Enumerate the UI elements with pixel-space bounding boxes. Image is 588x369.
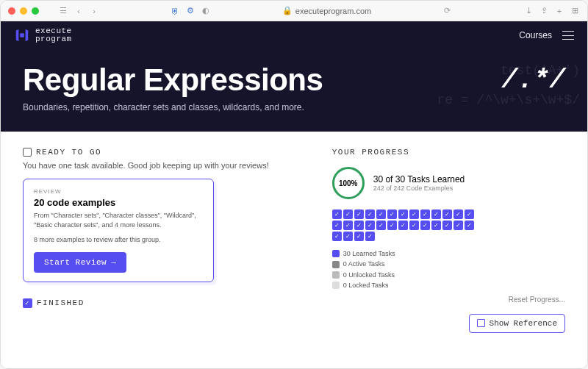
url-text: executeprogram.com bbox=[295, 7, 371, 15]
task-cell[interactable]: ✓ bbox=[387, 209, 397, 219]
task-cell[interactable]: ✓ bbox=[343, 209, 353, 219]
legend-unlocked: 0 Unlocked Tasks bbox=[332, 270, 565, 280]
logo-text: execute program bbox=[35, 27, 72, 43]
hero-regex-symbol: /.*/ bbox=[502, 65, 565, 96]
task-cell[interactable]: ✓ bbox=[453, 221, 463, 230]
review-tag: REVIEW bbox=[34, 188, 203, 195]
task-cell[interactable]: ✓ bbox=[343, 221, 353, 230]
legend-locked: 0 Locked Tasks bbox=[332, 280, 565, 290]
task-cell[interactable]: ✓ bbox=[453, 209, 463, 219]
show-reference-button[interactable]: Show Reference bbox=[469, 314, 565, 333]
task-cell[interactable]: ✓ bbox=[376, 209, 386, 219]
code-examples-text: 242 of 242 Code Examples bbox=[373, 184, 465, 192]
back-button[interactable]: ‹ bbox=[74, 6, 84, 16]
progress-legend: 30 Learned Tasks 0 Active Tasks 0 Unlock… bbox=[332, 248, 565, 291]
arrow-right-icon: → bbox=[111, 258, 116, 267]
task-cell[interactable]: ✓ bbox=[398, 209, 408, 219]
window-controls bbox=[8, 7, 39, 15]
lock-icon: 🔒 bbox=[282, 6, 293, 15]
browser-titlebar: ☰ ‹ › ⛨ ⚙ ◐ 🔒 executeprogram.com ⟳ ⤓ ⇪ +… bbox=[1, 1, 587, 21]
review-card[interactable]: REVIEW 20 code examples From "Character … bbox=[23, 179, 214, 282]
task-cell[interactable]: ✓ bbox=[387, 221, 397, 230]
share-icon[interactable]: ⇪ bbox=[539, 6, 549, 16]
maximize-window-button[interactable] bbox=[32, 7, 39, 15]
task-cell[interactable]: ✓ bbox=[465, 221, 474, 230]
minimize-window-button[interactable] bbox=[20, 7, 27, 15]
task-cell[interactable]: ✓ bbox=[343, 232, 353, 241]
check-icon: ✓ bbox=[23, 298, 32, 308]
review-description: From "Character sets", "Character classe… bbox=[34, 211, 203, 229]
download-icon[interactable]: ⤓ bbox=[523, 6, 534, 16]
progress-ring: 100% bbox=[332, 167, 365, 199]
task-cell[interactable]: ✓ bbox=[332, 221, 342, 230]
hero-banner: test('A+') re = /^\w+\s+\w+$/ Regular Ex… bbox=[1, 49, 587, 132]
reader-icon[interactable]: ◐ bbox=[201, 6, 211, 16]
url-bar[interactable]: 🔒 executeprogram.com bbox=[282, 6, 371, 15]
refresh-icon[interactable]: ⟳ bbox=[442, 6, 453, 16]
legend-active: 0 Active Tasks bbox=[332, 259, 565, 269]
task-cell[interactable]: ✓ bbox=[431, 209, 441, 219]
finished-section-heading: ✓ FINISHED bbox=[23, 298, 303, 308]
nav-courses[interactable]: Courses bbox=[519, 30, 552, 40]
review-title: 20 code examples bbox=[34, 197, 203, 208]
new-tab-icon[interactable]: + bbox=[554, 6, 564, 16]
task-cell[interactable]: ✓ bbox=[332, 209, 342, 219]
page-subtitle: Boundaries, repetition, character sets a… bbox=[23, 102, 565, 112]
ready-section-heading: READY TO GO bbox=[23, 148, 303, 157]
task-cell[interactable]: ✓ bbox=[365, 209, 375, 219]
task-cell[interactable]: ✓ bbox=[332, 232, 342, 241]
ready-subtext: You have one task available. Good job ke… bbox=[23, 161, 303, 170]
progress-heading: YOUR PROGRESS bbox=[332, 148, 565, 157]
task-cell[interactable]: ✓ bbox=[376, 221, 386, 230]
ready-icon bbox=[23, 148, 32, 157]
svg-rect-0 bbox=[20, 33, 24, 37]
task-cell[interactable]: ✓ bbox=[420, 221, 430, 230]
start-review-button[interactable]: Start Review → bbox=[34, 252, 126, 273]
settings-icon[interactable]: ⚙ bbox=[185, 6, 196, 16]
task-cell[interactable]: ✓ bbox=[409, 221, 419, 230]
task-cell[interactable]: ✓ bbox=[442, 209, 452, 219]
close-window-button[interactable] bbox=[8, 7, 15, 15]
shield-icon[interactable]: ⛨ bbox=[170, 6, 180, 16]
task-cell[interactable]: ✓ bbox=[431, 221, 441, 230]
task-grid: ✓✓✓✓✓✓✓✓✓✓✓✓✓✓✓✓✓✓✓✓✓✓✓✓✓✓✓✓✓✓ bbox=[332, 209, 479, 241]
app-header: execute program Courses bbox=[1, 21, 587, 49]
task-cell[interactable]: ✓ bbox=[354, 232, 364, 241]
main-content: READY TO GO You have one task available.… bbox=[1, 132, 587, 369]
legend-learned: 30 Learned Tasks bbox=[332, 248, 565, 259]
tasks-learned-text: 30 of 30 Tasks Learned bbox=[373, 174, 465, 184]
sidebar-toggle-icon[interactable]: ☰ bbox=[58, 6, 68, 16]
task-cell[interactable]: ✓ bbox=[442, 221, 452, 230]
task-cell[interactable]: ✓ bbox=[365, 232, 375, 241]
logo-icon bbox=[14, 27, 30, 43]
task-cell[interactable]: ✓ bbox=[398, 221, 408, 230]
task-cell[interactable]: ✓ bbox=[354, 221, 364, 230]
page-title: Regular Expressions bbox=[23, 62, 565, 98]
reset-progress-link[interactable]: Reset Progress... bbox=[332, 295, 565, 304]
progress-summary: 100% 30 of 30 Tasks Learned 242 of 242 C… bbox=[332, 167, 565, 199]
hamburger-menu-icon[interactable] bbox=[562, 31, 574, 40]
logo[interactable]: execute program bbox=[14, 27, 72, 43]
task-cell[interactable]: ✓ bbox=[409, 209, 419, 219]
task-cell[interactable]: ✓ bbox=[354, 209, 364, 219]
forward-button[interactable]: › bbox=[89, 6, 99, 16]
tabs-icon[interactable]: ⊞ bbox=[570, 6, 580, 16]
reference-icon bbox=[477, 319, 485, 327]
task-cell[interactable]: ✓ bbox=[420, 209, 430, 219]
task-cell[interactable]: ✓ bbox=[465, 209, 474, 219]
task-cell[interactable]: ✓ bbox=[365, 221, 375, 230]
review-note: 8 more examples to review after this gro… bbox=[34, 235, 203, 245]
